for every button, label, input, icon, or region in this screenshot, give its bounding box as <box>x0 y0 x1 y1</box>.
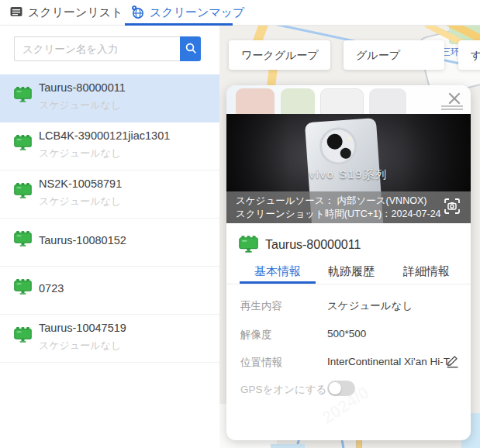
tab-track-history[interactable]: 軌跡履歴 <box>328 264 375 279</box>
tab-screen-list-label: スクリーンリスト <box>28 5 123 20</box>
filter-all-button[interactable]: すべて <box>458 40 480 70</box>
screenshot-ad-strip <box>226 85 471 114</box>
search-icon <box>185 42 197 57</box>
tab-screen-list[interactable]: スクリーンリスト <box>9 0 123 26</box>
field-label-resolution: 解像度 <box>240 328 272 342</box>
tab-screen-map-label: スクリーンマップ <box>150 5 244 20</box>
list-item-screen[interactable]: 0723 <box>0 267 219 315</box>
screen-sidebar: Taurus-80000011 スケジュールなし LCB4K-39000121j… <box>0 26 219 448</box>
field-value-playback: スケジュールなし <box>327 299 413 313</box>
field-label-location: 位置情報 <box>240 356 282 370</box>
divider <box>226 284 471 284</box>
toggle-knob <box>329 382 341 395</box>
filter-group-button[interactable]: グループ <box>344 40 444 70</box>
list-item-screen[interactable]: Taurus-80000011 スケジュールなし <box>0 74 219 122</box>
list-item-screen[interactable]: Taurus-10047519 スケジュールなし <box>0 315 219 363</box>
screen-detail-popup: vivo S19系列 スケジュールソース： 内部ソース(VNNOX) スクリーン… <box>226 85 471 440</box>
list-item-screen[interactable]: Taurus-10080152 <box>0 219 219 267</box>
app-window: スクリーンリスト スクリーンマップ Taurus-80000011 スケジュール… <box>0 0 480 448</box>
screen-name: Taurus-10080152 <box>39 234 126 246</box>
tab-detail-info[interactable]: 詳細情報 <box>403 264 450 279</box>
field-value-resolution: 500*500 <box>327 328 366 339</box>
screen-list-icon <box>9 5 23 21</box>
map-water-area <box>271 444 305 448</box>
field-label-playback: 再生内容 <box>240 299 282 313</box>
screen-icon <box>239 236 258 256</box>
filter-workgroup-button[interactable]: ワークグループ <box>229 40 330 70</box>
field-label-gps: GPSをオンにする <box>240 383 326 397</box>
popup-screen-name: Taurus-80000011 <box>265 238 361 252</box>
screen-icon <box>14 183 32 202</box>
tab-screen-map[interactable]: スクリーンマップ <box>130 0 244 26</box>
screen-name: NS2K-10058791 <box>39 177 122 190</box>
search-input[interactable] <box>14 36 180 61</box>
edit-location-button[interactable] <box>444 353 460 369</box>
screen-name: Taurus-80000011 <box>39 81 126 94</box>
pencil-icon <box>445 359 460 370</box>
screen-status: スケジュールなし <box>39 146 121 160</box>
active-tab-underline <box>125 23 233 26</box>
screen-icon <box>14 135 32 153</box>
close-popup-button[interactable] <box>447 91 462 107</box>
close-icon <box>447 96 461 108</box>
screen-status: スケジュールなし <box>39 98 121 112</box>
list-item-screen[interactable]: NS2K-10058791 スケジュールなし <box>0 171 219 219</box>
tab-basic-info[interactable]: 基本情報 <box>254 264 301 279</box>
top-tab-bar: スクリーンリスト スクリーンマップ <box>0 0 480 26</box>
search-row <box>14 36 201 61</box>
screenshot-time-text: スクリーンショット時間(UTC+1)：2024-07-24 <box>236 208 461 221</box>
screen-status: スケジュールなし <box>39 339 121 353</box>
gps-toggle[interactable] <box>327 381 355 396</box>
globe-pin-icon <box>130 5 145 22</box>
screen-icon <box>14 231 32 250</box>
screen-list: Taurus-80000011 スケジュールなし LCB4K-39000121j… <box>0 74 219 363</box>
ad-title-text: vivo S19系列 <box>226 168 471 182</box>
screenshot-info-overlay: スケジュールソース： 内部ソース(VNNOX) スクリーンショット時間(UTC+… <box>226 191 471 223</box>
screen-icon <box>14 327 32 346</box>
screen-name: LCB4K-39000121jiac1301 <box>39 129 170 142</box>
ad-fine-print <box>441 109 463 110</box>
screen-name: 0723 <box>39 282 64 295</box>
screen-name: Taurus-10047519 <box>39 322 126 334</box>
map-canvas[interactable]: 三环 2024/0 ワークグループ グループ すべて <box>219 26 480 448</box>
screenshot-capture-icon <box>444 205 461 217</box>
screen-status: スケジュールなし <box>39 195 121 208</box>
screen-icon <box>14 279 32 298</box>
search-button[interactable] <box>180 36 201 61</box>
screen-screenshot: vivo S19系列 スケジュールソース： 内部ソース(VNNOX) スクリーン… <box>226 85 471 223</box>
list-item-screen[interactable]: LCB4K-39000121jiac1301 スケジュールなし <box>0 122 219 171</box>
screen-icon <box>14 87 32 105</box>
field-value-location: InterContinental Xi'an Hi-T... <box>327 356 451 367</box>
schedule-source-text: スケジュールソース： 内部ソース(VNNOX) <box>236 195 461 208</box>
refresh-screenshot-button[interactable] <box>443 198 461 216</box>
